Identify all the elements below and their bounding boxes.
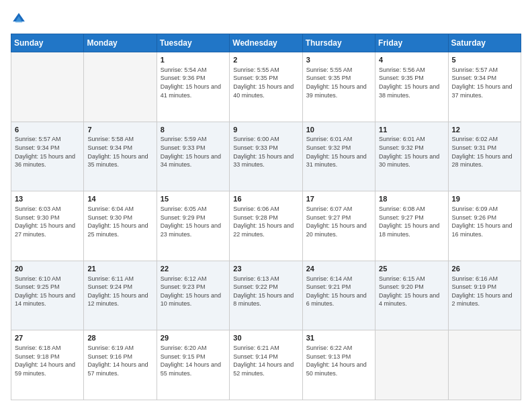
day-info: Sunrise: 6:07 AMSunset: 9:27 PMDaylight:…	[306, 205, 371, 238]
day-info: Sunrise: 6:05 AMSunset: 9:29 PMDaylight:…	[161, 205, 226, 238]
calendar-cell: 22Sunrise: 6:12 AMSunset: 9:23 PMDayligh…	[157, 261, 229, 330]
calendar-cell: 29Sunrise: 6:20 AMSunset: 9:15 PMDayligh…	[157, 330, 229, 400]
day-info: Sunrise: 5:55 AMSunset: 9:35 PMDaylight:…	[306, 66, 371, 99]
page: SundayMondayTuesdayWednesdayThursdayFrid…	[0, 0, 532, 411]
day-info: Sunrise: 6:13 AMSunset: 9:22 PMDaylight:…	[233, 275, 298, 308]
day-number: 10	[306, 125, 371, 135]
calendar-row: 1Sunrise: 5:54 AMSunset: 9:36 PMDaylight…	[11, 52, 521, 122]
calendar-cell: 5Sunrise: 5:57 AMSunset: 9:34 PMDaylight…	[448, 52, 521, 122]
day-info: Sunrise: 5:56 AMSunset: 9:35 PMDaylight:…	[379, 66, 444, 99]
calendar-cell: 16Sunrise: 6:06 AMSunset: 9:28 PMDayligh…	[230, 191, 302, 261]
day-info: Sunrise: 6:16 AMSunset: 9:19 PMDaylight:…	[452, 275, 517, 308]
calendar-cell: 7Sunrise: 5:58 AMSunset: 9:34 PMDaylight…	[84, 122, 157, 191]
calendar-cell: 25Sunrise: 6:15 AMSunset: 9:20 PMDayligh…	[375, 261, 448, 330]
calendar-cell: 3Sunrise: 5:55 AMSunset: 9:35 PMDaylight…	[302, 52, 375, 122]
calendar-cell: 2Sunrise: 5:55 AMSunset: 9:35 PMDaylight…	[230, 52, 302, 122]
day-number: 29	[161, 333, 226, 343]
day-number: 24	[306, 264, 371, 274]
day-info: Sunrise: 6:01 AMSunset: 9:32 PMDaylight:…	[379, 135, 444, 169]
day-info: Sunrise: 5:57 AMSunset: 9:34 PMDaylight:…	[452, 66, 517, 99]
header	[11, 11, 521, 27]
day-number: 30	[233, 333, 298, 343]
day-number: 19	[452, 194, 517, 204]
calendar-weekday-tuesday: Tuesday	[157, 34, 229, 52]
calendar-table: SundayMondayTuesdayWednesdayThursdayFrid…	[11, 34, 521, 400]
day-info: Sunrise: 6:04 AMSunset: 9:30 PMDaylight:…	[87, 205, 152, 238]
calendar-cell: 15Sunrise: 6:05 AMSunset: 9:29 PMDayligh…	[157, 191, 229, 261]
calendar-weekday-wednesday: Wednesday	[230, 34, 302, 52]
day-info: Sunrise: 6:19 AMSunset: 9:16 PMDaylight:…	[87, 344, 152, 377]
calendar-cell	[448, 330, 521, 400]
day-number: 1	[161, 55, 226, 65]
day-number: 12	[452, 125, 517, 135]
day-number: 3	[306, 55, 371, 65]
day-number: 2	[233, 55, 298, 65]
calendar-cell: 1Sunrise: 5:54 AMSunset: 9:36 PMDaylight…	[157, 52, 229, 122]
day-number: 4	[379, 55, 444, 65]
calendar-cell	[11, 52, 84, 122]
day-number: 5	[452, 55, 517, 65]
day-number: 7	[87, 125, 152, 135]
day-number: 17	[306, 194, 371, 204]
day-info: Sunrise: 6:01 AMSunset: 9:32 PMDaylight:…	[306, 135, 371, 169]
day-number: 18	[379, 194, 444, 204]
calendar-cell: 19Sunrise: 6:09 AMSunset: 9:26 PMDayligh…	[448, 191, 521, 261]
calendar-weekday-saturday: Saturday	[448, 34, 521, 52]
calendar-weekday-sunday: Sunday	[11, 34, 84, 52]
calendar-cell	[375, 330, 448, 400]
day-number: 31	[306, 333, 371, 343]
calendar-cell: 4Sunrise: 5:56 AMSunset: 9:35 PMDaylight…	[375, 52, 448, 122]
calendar-cell: 17Sunrise: 6:07 AMSunset: 9:27 PMDayligh…	[302, 191, 375, 261]
calendar-cell: 28Sunrise: 6:19 AMSunset: 9:16 PMDayligh…	[84, 330, 157, 400]
day-info: Sunrise: 6:00 AMSunset: 9:33 PMDaylight:…	[233, 135, 298, 169]
calendar-weekday-monday: Monday	[84, 34, 157, 52]
calendar-cell: 8Sunrise: 5:59 AMSunset: 9:33 PMDaylight…	[157, 122, 229, 191]
day-info: Sunrise: 6:02 AMSunset: 9:31 PMDaylight:…	[452, 135, 517, 169]
calendar-cell: 20Sunrise: 6:10 AMSunset: 9:25 PMDayligh…	[11, 261, 84, 330]
day-info: Sunrise: 5:55 AMSunset: 9:35 PMDaylight:…	[233, 66, 298, 99]
day-number: 11	[379, 125, 444, 135]
day-number: 14	[87, 194, 152, 204]
calendar-cell: 21Sunrise: 6:11 AMSunset: 9:24 PMDayligh…	[84, 261, 157, 330]
calendar-cell: 24Sunrise: 6:14 AMSunset: 9:21 PMDayligh…	[302, 261, 375, 330]
calendar-cell: 10Sunrise: 6:01 AMSunset: 9:32 PMDayligh…	[302, 122, 375, 191]
day-info: Sunrise: 5:57 AMSunset: 9:34 PMDaylight:…	[15, 135, 80, 169]
day-info: Sunrise: 6:06 AMSunset: 9:28 PMDaylight:…	[233, 205, 298, 238]
day-number: 22	[161, 264, 226, 274]
logo	[11, 11, 30, 27]
calendar-row: 27Sunrise: 6:18 AMSunset: 9:18 PMDayligh…	[11, 330, 521, 400]
day-number: 20	[15, 264, 80, 274]
calendar-cell	[84, 52, 157, 122]
calendar-row: 6Sunrise: 5:57 AMSunset: 9:34 PMDaylight…	[11, 122, 521, 191]
calendar-cell: 12Sunrise: 6:02 AMSunset: 9:31 PMDayligh…	[448, 122, 521, 191]
day-number: 23	[233, 264, 298, 274]
calendar-cell: 6Sunrise: 5:57 AMSunset: 9:34 PMDaylight…	[11, 122, 84, 191]
day-number: 9	[233, 125, 298, 135]
day-info: Sunrise: 6:08 AMSunset: 9:27 PMDaylight:…	[379, 205, 444, 238]
calendar-cell: 31Sunrise: 6:22 AMSunset: 9:13 PMDayligh…	[302, 330, 375, 400]
day-info: Sunrise: 6:20 AMSunset: 9:15 PMDaylight:…	[161, 344, 226, 377]
calendar-cell: 18Sunrise: 6:08 AMSunset: 9:27 PMDayligh…	[375, 191, 448, 261]
calendar-weekday-friday: Friday	[375, 34, 448, 52]
day-number: 16	[233, 194, 298, 204]
day-number: 15	[161, 194, 226, 204]
calendar-header-row: SundayMondayTuesdayWednesdayThursdayFrid…	[11, 34, 521, 52]
calendar-weekday-thursday: Thursday	[302, 34, 375, 52]
day-info: Sunrise: 5:54 AMSunset: 9:36 PMDaylight:…	[161, 66, 226, 99]
day-info: Sunrise: 6:21 AMSunset: 9:14 PMDaylight:…	[233, 344, 298, 377]
calendar-row: 20Sunrise: 6:10 AMSunset: 9:25 PMDayligh…	[11, 261, 521, 330]
calendar-cell: 27Sunrise: 6:18 AMSunset: 9:18 PMDayligh…	[11, 330, 84, 400]
day-info: Sunrise: 6:09 AMSunset: 9:26 PMDaylight:…	[452, 205, 517, 238]
logo-icon	[11, 11, 27, 27]
day-info: Sunrise: 6:10 AMSunset: 9:25 PMDaylight:…	[15, 275, 80, 308]
day-info: Sunrise: 6:18 AMSunset: 9:18 PMDaylight:…	[15, 344, 80, 377]
day-number: 8	[161, 125, 226, 135]
calendar-cell: 30Sunrise: 6:21 AMSunset: 9:14 PMDayligh…	[230, 330, 302, 400]
calendar-cell: 9Sunrise: 6:00 AMSunset: 9:33 PMDaylight…	[230, 122, 302, 191]
day-info: Sunrise: 6:14 AMSunset: 9:21 PMDaylight:…	[306, 275, 371, 308]
day-info: Sunrise: 5:58 AMSunset: 9:34 PMDaylight:…	[87, 135, 152, 169]
day-info: Sunrise: 5:59 AMSunset: 9:33 PMDaylight:…	[161, 135, 226, 169]
day-info: Sunrise: 6:11 AMSunset: 9:24 PMDaylight:…	[87, 275, 152, 308]
day-number: 21	[87, 264, 152, 274]
day-number: 26	[452, 264, 517, 274]
